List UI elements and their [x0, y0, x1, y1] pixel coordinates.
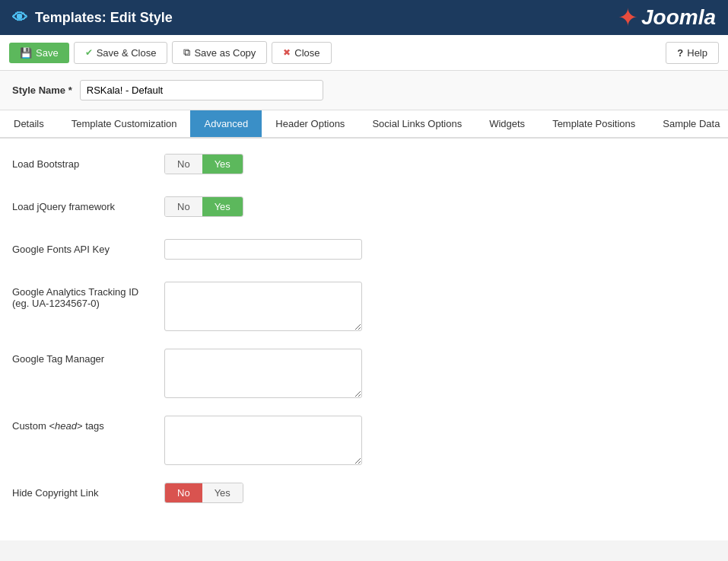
joomla-star-icon: ✦: [618, 3, 638, 32]
custom-head-tags-textarea[interactable]: [164, 416, 362, 465]
close-button[interactable]: ✖ Close: [272, 42, 331, 64]
hide-copyright-yes[interactable]: Yes: [202, 483, 243, 502]
load-bootstrap-row: Load Bootstrap No Yes: [12, 154, 716, 181]
google-analytics-textarea[interactable]: [164, 282, 362, 331]
google-fonts-label: Google Fonts API Key: [12, 239, 164, 255]
save-close-label: Save & Close: [97, 47, 157, 59]
question-icon: ?: [677, 47, 683, 59]
style-name-input[interactable]: [80, 80, 323, 100]
hide-copyright-no[interactable]: No: [165, 483, 202, 502]
joomla-logo: Joomla: [641, 5, 716, 30]
app-title-area: 👁 Templates: Edit Style: [12, 9, 173, 27]
tab-details[interactable]: Details: [0, 110, 58, 139]
tab-header-options[interactable]: Header Options: [262, 110, 358, 139]
hide-copyright-label: Hide Copyright Link: [12, 483, 164, 499]
copy-icon: ⧉: [183, 46, 190, 59]
close-icon: ✖: [283, 47, 291, 58]
load-jquery-row: Load jQuery framework No Yes: [12, 196, 716, 224]
load-bootstrap-label: Load Bootstrap: [12, 154, 164, 170]
toolbar: 💾 Save ✔ Save & Close ⧉ Save as Copy ✖ C…: [0, 35, 728, 71]
app-title: Templates: Edit Style: [35, 10, 173, 26]
hide-copyright-control: No Yes: [164, 483, 716, 503]
hide-copyright-toggle: No Yes: [164, 483, 243, 503]
google-analytics-control: [164, 282, 716, 333]
load-bootstrap-control: No Yes: [164, 154, 716, 174]
google-analytics-row: Google Analytics Tracking ID (eg. UA-123…: [12, 282, 716, 333]
load-jquery-no[interactable]: No: [165, 197, 202, 216]
custom-head-tags-row: Custom <head> tags: [12, 416, 716, 467]
eye-icon: 👁: [12, 9, 27, 27]
save-close-button[interactable]: ✔ Save & Close: [74, 42, 168, 64]
save-copy-button[interactable]: ⧉ Save as Copy: [172, 41, 267, 64]
tab-advanced[interactable]: Advanced: [190, 110, 262, 139]
load-bootstrap-yes[interactable]: Yes: [202, 155, 243, 174]
help-button[interactable]: ? Help: [666, 42, 719, 64]
main-content: Load Bootstrap No Yes Load jQuery framew…: [0, 139, 728, 540]
hide-copyright-row: Hide Copyright Link No Yes: [12, 483, 716, 510]
google-fonts-control: [164, 239, 716, 260]
load-jquery-control: No Yes: [164, 196, 716, 217]
load-bootstrap-toggle: No Yes: [164, 154, 243, 174]
logo-area: ✦ Joomla: [618, 3, 716, 32]
load-jquery-yes[interactable]: Yes: [202, 197, 243, 216]
save-button[interactable]: 💾 Save: [9, 43, 69, 63]
check-icon: ✔: [85, 47, 93, 58]
google-fonts-row: Google Fonts API Key: [12, 239, 716, 266]
help-label: Help: [687, 47, 707, 59]
style-name-row: Style Name *: [0, 71, 728, 110]
load-jquery-toggle: No Yes: [164, 196, 243, 217]
load-jquery-label: Load jQuery framework: [12, 196, 164, 212]
top-bar: 👁 Templates: Edit Style ✦ Joomla: [0, 0, 728, 35]
tab-template-positions[interactable]: Template Positions: [539, 110, 649, 139]
google-tag-manager-control: [164, 349, 716, 400]
save-copy-label: Save as Copy: [194, 47, 256, 59]
tab-sample-data[interactable]: Sample Data: [649, 110, 728, 139]
google-tag-manager-row: Google Tag Manager: [12, 349, 716, 400]
tabs-nav: Details Template Customization Advanced …: [0, 110, 728, 139]
custom-head-tags-label: Custom <head> tags: [12, 416, 164, 432]
close-label: Close: [294, 47, 319, 59]
google-analytics-label: Google Analytics Tracking ID (eg. UA-123…: [12, 282, 164, 309]
save-icon: 💾: [20, 47, 32, 59]
google-tag-manager-textarea[interactable]: [164, 349, 362, 398]
google-tag-manager-label: Google Tag Manager: [12, 349, 164, 365]
save-label: Save: [36, 47, 59, 59]
tab-widgets[interactable]: Widgets: [475, 110, 539, 139]
load-bootstrap-no[interactable]: No: [165, 155, 202, 174]
tab-template-customization[interactable]: Template Customization: [58, 110, 191, 139]
google-fonts-input[interactable]: [164, 239, 362, 260]
custom-head-tags-control: [164, 416, 716, 467]
style-name-label: Style Name *: [12, 84, 72, 96]
tab-social-links-options[interactable]: Social Links Options: [358, 110, 475, 139]
